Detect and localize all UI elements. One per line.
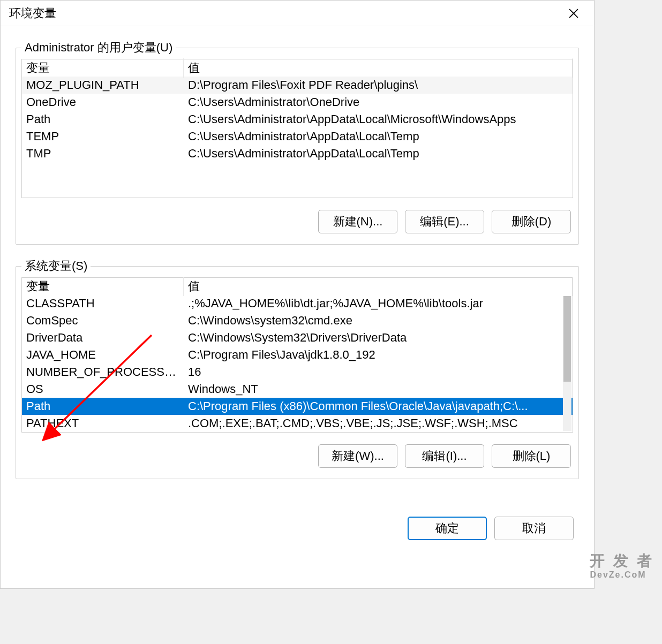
table-row[interactable]: ComSpec C:\Windows\system32\cmd.exe	[22, 312, 573, 329]
cell-name: MOZ_PLUGIN_PATH	[22, 78, 184, 93]
close-icon	[569, 9, 578, 18]
table-row[interactable]: CLASSPATH .;%JAVA_HOME%\lib\dt.jar;%JAVA…	[22, 295, 573, 312]
cell-value: C:\Program Files\Java\jdk1.8.0_192	[184, 347, 573, 362]
cell-name: PATHEXT	[22, 416, 184, 431]
user-variables-group: Administrator 的用户变量(U) 变量 值 MOZ_PLUGIN_P…	[16, 48, 579, 245]
cell-value: C:\Users\Administrator\AppData\Local\Tem…	[184, 146, 573, 161]
table-row[interactable]: Path C:\Users\Administrator\AppData\Loca…	[22, 111, 573, 128]
cell-value: Windows_NT	[184, 382, 573, 397]
user-button-row: 新建(N)... 编辑(E)... 删除(D)	[21, 210, 573, 233]
system-new-button[interactable]: 新建(W)...	[318, 444, 397, 468]
cell-name: OneDrive	[22, 95, 184, 110]
cell-name: CLASSPATH	[22, 296, 184, 311]
cell-value: D:\Program Files\Foxit PDF Reader\plugin…	[184, 78, 573, 93]
table-row[interactable]: TMP C:\Users\Administrator\AppData\Local…	[22, 145, 573, 162]
system-list-body: CLASSPATH .;%JAVA_HOME%\lib\dt.jar;%JAVA…	[22, 295, 573, 432]
table-row[interactable]: OneDrive C:\Users\Administrator\OneDrive	[22, 94, 573, 111]
table-row[interactable]: OS Windows_NT	[22, 381, 573, 398]
column-header-value[interactable]: 值	[184, 58, 573, 78]
watermark: 开 发 者 DevZe.CoM	[590, 551, 654, 580]
system-delete-button[interactable]: 删除(L)	[492, 444, 571, 468]
cell-value: C:\Windows\system32\cmd.exe	[184, 313, 573, 328]
scrollbar-thumb[interactable]	[563, 296, 571, 382]
column-header-name[interactable]: 变量	[22, 277, 184, 296]
cancel-button[interactable]: 取消	[494, 517, 574, 540]
watermark-line2: DevZe.CoM	[590, 570, 654, 580]
ok-button[interactable]: 确定	[408, 517, 487, 540]
dialog-button-row: 确定 取消	[1, 511, 594, 540]
system-variables-list[interactable]: 变量 值 CLASSPATH .;%JAVA_HOME%\lib\dt.jar;…	[21, 277, 573, 433]
user-delete-button[interactable]: 删除(D)	[492, 210, 571, 233]
table-row[interactable]: PATHEXT .COM;.EXE;.BAT;.CMD;.VBS;.VBE;.J…	[22, 415, 573, 432]
dialog-content: Administrator 的用户变量(U) 变量 值 MOZ_PLUGIN_P…	[1, 26, 594, 511]
system-button-row: 新建(W)... 编辑(I)... 删除(L)	[21, 444, 573, 468]
list-header[interactable]: 变量 值	[22, 278, 573, 295]
column-header-value[interactable]: 值	[184, 277, 573, 296]
table-row[interactable]: DriverData C:\Windows\System32\Drivers\D…	[22, 329, 573, 346]
table-row[interactable]: NUMBER_OF_PROCESSORS 16	[22, 363, 573, 381]
table-row[interactable]: MOZ_PLUGIN_PATH D:\Program Files\Foxit P…	[22, 77, 573, 94]
cell-value: C:\Users\Administrator\OneDrive	[184, 95, 573, 110]
table-row[interactable]: TEMP C:\Users\Administrator\AppData\Loca…	[22, 128, 573, 145]
cell-name: ComSpec	[22, 313, 184, 328]
cell-name: DriverData	[22, 330, 184, 345]
cell-name: Path	[22, 399, 184, 414]
scrollbar[interactable]	[563, 296, 571, 431]
user-group-label: Administrator 的用户变量(U)	[21, 40, 176, 56]
user-new-button[interactable]: 新建(N)...	[318, 210, 397, 233]
user-variables-list[interactable]: 变量 值 MOZ_PLUGIN_PATH D:\Program Files\Fo…	[21, 59, 573, 198]
column-header-name[interactable]: 变量	[22, 58, 184, 78]
dialog-title: 环境变量	[9, 5, 562, 21]
cell-value: C:\Users\Administrator\AppData\Local\Mic…	[184, 112, 573, 127]
cell-value: C:\Windows\System32\Drivers\DriverData	[184, 330, 573, 345]
titlebar: 环境变量	[1, 1, 594, 26]
watermark-line1: 开 发 者	[590, 552, 654, 569]
cell-name: TMP	[22, 146, 184, 161]
cell-name: Path	[22, 112, 184, 127]
cell-name: NUMBER_OF_PROCESSORS	[22, 365, 184, 380]
cell-name: OS	[22, 382, 184, 397]
cell-name: TEMP	[22, 129, 184, 144]
cell-value: C:\Program Files (x86)\Common Files\Orac…	[184, 399, 573, 414]
cell-value: .COM;.EXE;.BAT;.CMD;.VBS;.VBE;.JS;.JSE;.…	[184, 416, 573, 431]
environment-variables-dialog: 环境变量 Administrator 的用户变量(U) 变量 值 MOZ_PLU…	[0, 0, 595, 589]
cell-name: JAVA_HOME	[22, 347, 184, 362]
table-row-selected[interactable]: Path C:\Program Files (x86)\Common Files…	[22, 398, 573, 415]
cell-value: C:\Users\Administrator\AppData\Local\Tem…	[184, 129, 573, 144]
user-list-body: MOZ_PLUGIN_PATH D:\Program Files\Foxit P…	[22, 77, 573, 162]
list-header[interactable]: 变量 值	[22, 59, 573, 77]
cell-value: 16	[184, 365, 573, 380]
system-edit-button[interactable]: 编辑(I)...	[405, 444, 484, 468]
table-row[interactable]: JAVA_HOME C:\Program Files\Java\jdk1.8.0…	[22, 346, 573, 363]
system-variables-group: 系统变量(S) 变量 值 CLASSPATH .;%JAVA_HOME%\lib…	[16, 266, 579, 479]
system-group-label: 系统变量(S)	[21, 258, 91, 274]
close-button[interactable]	[562, 2, 585, 25]
user-edit-button[interactable]: 编辑(E)...	[405, 210, 484, 233]
cell-value: .;%JAVA_HOME%\lib\dt.jar;%JAVA_HOME%\lib…	[184, 296, 573, 311]
